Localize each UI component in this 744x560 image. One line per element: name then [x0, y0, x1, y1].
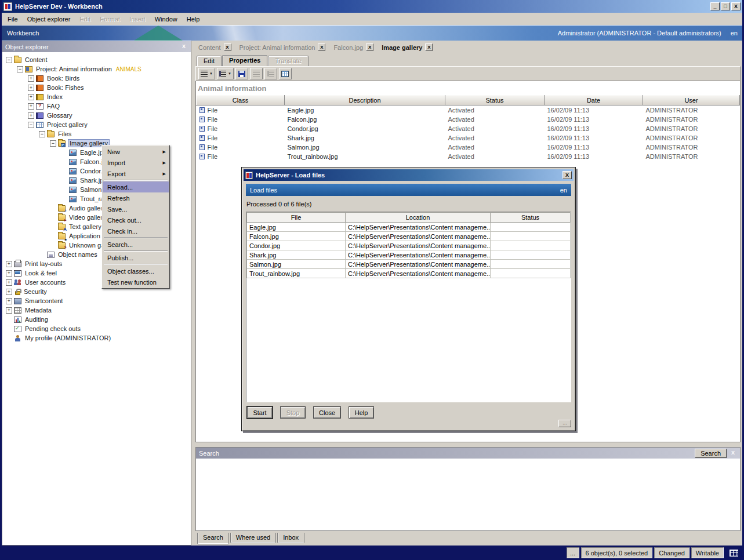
more-button[interactable]: ...	[558, 420, 571, 427]
context-menu-item-save[interactable]: Save...	[103, 203, 169, 214]
dialog-column-header-status[interactable]: Status	[491, 213, 571, 223]
status-more-button[interactable]: ...	[567, 547, 579, 558]
tree-item-book-fishes[interactable]: +Book: Fishes	[2, 83, 191, 92]
view-tab-edit[interactable]: Edit	[197, 56, 222, 66]
context-menu-item-reload[interactable]: Reload...	[103, 181, 169, 192]
column-header-date[interactable]: Date	[545, 96, 643, 106]
table-button[interactable]	[279, 68, 292, 79]
close-button[interactable]: X	[731, 2, 741, 10]
collapse-icon[interactable]: −	[50, 140, 56, 147]
view-detail-button[interactable]: ▼	[217, 68, 234, 79]
dialog-table-row[interactable]: Trout_rainbow.jpgC:\HelpServer\Presentat…	[247, 269, 571, 278]
table-row[interactable]: FileTrout_rainbow.jpgActivated16/02/09 1…	[197, 152, 740, 161]
help-button[interactable]: Help	[349, 406, 374, 419]
expand-icon[interactable]: +	[6, 298, 12, 304]
tree-item-my-profile-administrator[interactable]: My profile (ADMINISTRATOR)	[2, 333, 191, 343]
context-menu-item-object-classes[interactable]: Object classes...	[103, 266, 169, 277]
minimize-button[interactable]: _	[710, 2, 720, 10]
context-menu-item-publish[interactable]: Publish...	[103, 252, 169, 263]
expand-icon[interactable]: +	[6, 261, 12, 267]
context-menu-item-refresh[interactable]: Refresh	[103, 192, 169, 203]
tree-item-book-birds[interactable]: +Book: Birds	[2, 74, 191, 83]
tree-item-smartcontent[interactable]: +Smartcontent	[2, 296, 191, 306]
expand-icon[interactable]: +	[28, 75, 34, 82]
tree-item-files[interactable]: −Files	[2, 129, 191, 139]
menu-help[interactable]: Help	[182, 14, 205, 24]
window-title: HelpServer Dev - Workbench	[15, 3, 710, 10]
table-row[interactable]: FileShark.jpgActivated16/02/09 11:13ADMI…	[197, 133, 740, 143]
tree-item-glossary[interactable]: +Glossary	[2, 111, 191, 120]
tree-item-pending-check-outs[interactable]: Pending check outs	[2, 324, 191, 333]
workspace-tab-project-animal-information[interactable]: Project: Animal informationX	[237, 43, 329, 51]
close-tab-icon[interactable]: X	[366, 43, 373, 51]
view-list-button[interactable]: ▼	[198, 68, 215, 79]
close-tab-icon[interactable]: X	[425, 43, 433, 51]
workspace-tab-content[interactable]: ContentX	[195, 43, 234, 51]
files-table-container: FileLocationStatus Eagle.jpgC:\HelpServe…	[246, 212, 571, 402]
expand-icon[interactable]: +	[6, 279, 12, 286]
menu-window[interactable]: Window	[150, 14, 182, 24]
tree-item-auditing[interactable]: Auditing	[2, 315, 191, 324]
close-button[interactable]: Close	[313, 406, 341, 419]
collapse-icon[interactable]: −	[6, 57, 12, 63]
tree-item-project-gallery[interactable]: −Project gallery	[2, 120, 191, 129]
collapse-icon[interactable]: −	[17, 66, 23, 72]
column-header-user[interactable]: User	[643, 96, 740, 106]
dialog-column-header-file[interactable]: File	[247, 213, 346, 223]
dialog-column-header-location[interactable]: Location	[346, 213, 491, 223]
close-tab-icon[interactable]: X	[224, 43, 231, 51]
context-menu-item-export[interactable]: Export▶	[103, 168, 169, 179]
dialog-table-row[interactable]: Eagle.jpgC:\HelpServer\Presentations\Con…	[247, 223, 571, 232]
close-tab-icon[interactable]: X	[318, 43, 325, 51]
collapse-icon[interactable]: −	[39, 131, 45, 137]
context-menu-item-import[interactable]: Import▶	[103, 157, 169, 168]
column-header-status[interactable]: Status	[445, 96, 545, 106]
context-menu-item-new[interactable]: New▶	[103, 146, 169, 157]
tree-item-project-animal-information[interactable]: −Project: Animal informationANIMALS	[2, 64, 191, 74]
table-row[interactable]: FileFalcon.jpgActivated16/02/09 11:13ADM…	[197, 115, 740, 124]
dialog-table-row[interactable]: Condor.jpgC:\HelpServer\Presentations\Co…	[247, 241, 571, 250]
expand-icon[interactable]: +	[6, 289, 12, 295]
table-row[interactable]: FileEagle.jpgActivated16/02/09 11:13ADMI…	[197, 106, 740, 115]
bottom-tab-search[interactable]: Search	[197, 533, 229, 544]
workspace-tab-falcon-jpg[interactable]: Falcon.jpgX	[331, 43, 376, 51]
start-button[interactable]: Start	[247, 406, 273, 419]
tree-item-metadata[interactable]: +Metadata	[2, 306, 191, 315]
workspace-tab-image-gallery[interactable]: Image galleryX	[379, 43, 435, 51]
expand-icon[interactable]: +	[28, 112, 34, 119]
expand-icon[interactable]: +	[6, 270, 12, 277]
maximize-button[interactable]: □	[721, 2, 730, 10]
context-menu-item-test-new-function[interactable]: Test new function	[103, 277, 169, 288]
tree-item-faq[interactable]: +FAQ	[2, 101, 191, 111]
context-menu-item-search[interactable]: Search...	[103, 239, 169, 250]
context-menu-item-check-in[interactable]: Check in...	[103, 226, 169, 237]
expand-icon[interactable]: +	[28, 85, 34, 91]
tree-item-index[interactable]: +Index	[2, 92, 191, 101]
column-header-class[interactable]: Class	[197, 96, 285, 106]
menu-file[interactable]: File	[3, 14, 23, 24]
table-row[interactable]: FileSalmon.jpgActivated16/02/09 11:13ADM…	[197, 143, 740, 152]
table-row[interactable]: FileCondor.jpgActivated16/02/09 11:13ADM…	[197, 124, 740, 133]
dialog-table-row[interactable]: Shark.jpgC:\HelpServer\Presentations\Con…	[247, 250, 571, 260]
dialog-table-row[interactable]: Salmon.jpgC:\HelpServer\Presentations\Co…	[247, 260, 571, 269]
cell-file: Condor.jpg	[247, 241, 346, 250]
menu-object-explorer[interactable]: Object explorer	[23, 14, 75, 24]
bottom-tab-where-used[interactable]: Where used	[230, 533, 276, 543]
column-header-description[interactable]: Description	[285, 96, 445, 106]
save-button[interactable]	[235, 68, 248, 79]
search-button[interactable]: Search	[695, 449, 727, 458]
bottom-tab-inbox[interactable]: Inbox	[277, 533, 304, 543]
banner-language-label[interactable]: en	[731, 30, 738, 37]
dialog-table-row[interactable]: Falcon.jpgC:\HelpServer\Presentations\Co…	[247, 232, 571, 241]
person-icon	[14, 335, 21, 341]
view-tab-properties[interactable]: Properties	[222, 55, 267, 66]
collapse-icon[interactable]: −	[28, 122, 34, 128]
expand-icon[interactable]: +	[28, 103, 34, 110]
close-search-icon[interactable]: X	[729, 449, 737, 457]
context-menu-item-check-out[interactable]: Check out...	[103, 214, 169, 226]
close-panel-icon[interactable]: X	[180, 43, 188, 50]
expand-icon[interactable]: +	[6, 307, 12, 314]
close-dialog-button[interactable]: X	[562, 171, 572, 179]
expand-icon[interactable]: +	[28, 94, 34, 100]
tree-item-content[interactable]: −Content	[2, 55, 191, 64]
